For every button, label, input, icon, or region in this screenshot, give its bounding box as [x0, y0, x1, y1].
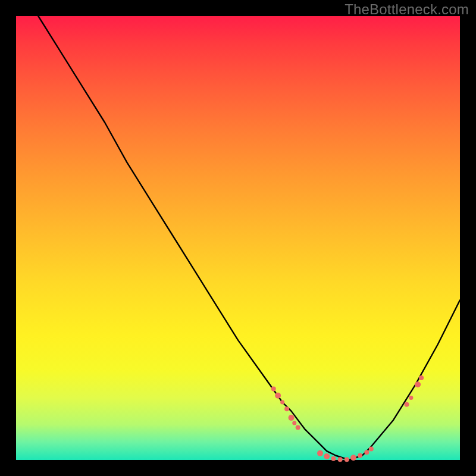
data-point-marker [317, 450, 323, 456]
data-point-marker [364, 450, 369, 455]
data-point-marker [296, 425, 300, 430]
data-point-marker [292, 421, 296, 425]
bottleneck-curve [38, 16, 460, 460]
data-point-marker [338, 457, 343, 462]
data-point-marker [275, 393, 281, 399]
chart-frame: TheBottleneck.com [0, 0, 476, 476]
chart-svg [16, 16, 460, 460]
data-point-marker [289, 415, 295, 421]
data-point-marker [419, 375, 424, 380]
data-point-marker [271, 387, 276, 392]
data-point-marker [350, 455, 356, 461]
data-point-marker [280, 400, 284, 405]
data-point-marker [284, 406, 289, 411]
data-point-marker [358, 453, 362, 458]
data-point-marker [409, 396, 413, 400]
data-point-marker [324, 453, 330, 459]
data-point-marker [405, 402, 409, 407]
data-point-marker [345, 457, 349, 462]
data-point-marker [369, 446, 374, 451]
watermark-text: TheBottleneck.com [345, 1, 469, 18]
data-point-marker [331, 456, 336, 461]
data-point-marker [415, 381, 421, 387]
